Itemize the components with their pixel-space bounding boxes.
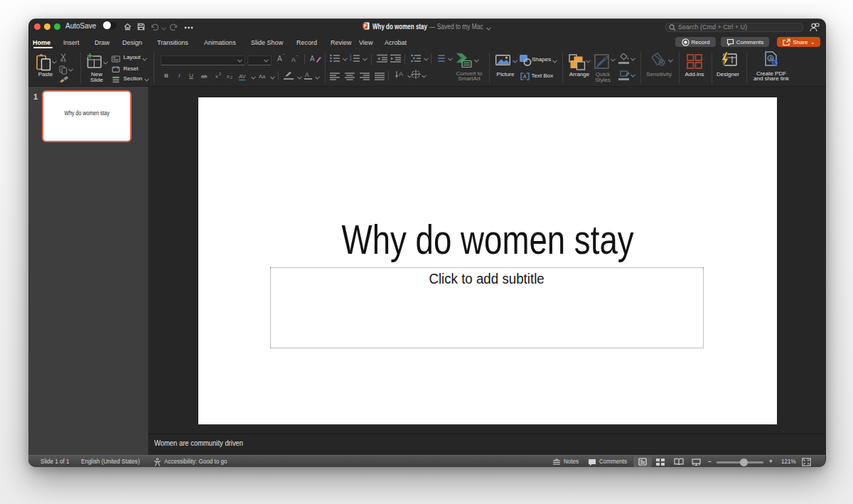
svg-text:P: P xyxy=(364,23,368,28)
svg-text:A: A xyxy=(523,74,527,79)
svg-text:2: 2 xyxy=(350,58,352,61)
svg-text:A: A xyxy=(769,55,773,62)
svg-text:A: A xyxy=(399,70,403,77)
